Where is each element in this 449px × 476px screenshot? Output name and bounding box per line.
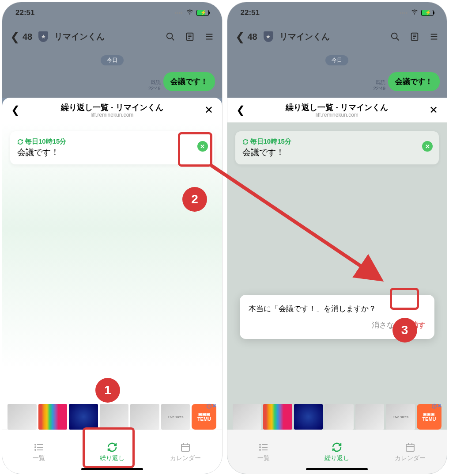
delete-reminder-icon[interactable]: ✕ bbox=[197, 141, 208, 152]
reminder-schedule: 毎日10時15分 bbox=[242, 137, 432, 146]
phone-left: 22:51 •••• ⚡ ❮ 48 ★ リマインくん 今日 既読 2 bbox=[2, 2, 223, 474]
list-icon bbox=[257, 442, 270, 453]
liff-url: liff.reminekun.com bbox=[249, 112, 425, 118]
ad-temu[interactable]: ⓘ✕ ▣▣▣ TEMU bbox=[417, 404, 441, 430]
cancel-button[interactable]: 消さない bbox=[372, 320, 402, 330]
calendar-icon bbox=[179, 442, 192, 453]
svg-point-13 bbox=[35, 447, 36, 448]
ad-thumb[interactable] bbox=[324, 404, 354, 430]
svg-point-33 bbox=[260, 449, 260, 450]
ad-thumb[interactable] bbox=[355, 404, 385, 430]
liff-sheet: ❮ 繰り返し一覧 - リマインくん liff.reminekun.com ✕ 毎… bbox=[227, 98, 447, 474]
chat-area: 今日 既読 22:49 会議です！ bbox=[227, 50, 447, 98]
list-icon bbox=[33, 442, 45, 453]
confirm-dialog: 本当に「会議です！」を消しますか？ 消さない 消す bbox=[240, 295, 435, 339]
delete-reminder-icon[interactable]: ✕ bbox=[422, 141, 433, 152]
ad-temu[interactable]: ⓘ✕ ▣▣▣ TEMU bbox=[192, 404, 216, 430]
close-icon[interactable]: ✕ bbox=[200, 104, 213, 116]
ad-close-icon[interactable]: ✕ bbox=[438, 403, 441, 410]
nav-repeat[interactable]: 繰り返し bbox=[75, 430, 149, 474]
message-meta: 既読 22:49 bbox=[373, 79, 385, 91]
reminder-schedule: 毎日10時15分 bbox=[17, 137, 207, 146]
date-pill: 今日 bbox=[101, 55, 124, 65]
reminder-card[interactable]: 毎日10時15分 会議です！ ✕ bbox=[10, 131, 214, 164]
home-indicator[interactable] bbox=[81, 468, 143, 470]
ad-thumb[interactable] bbox=[38, 404, 68, 430]
repeat-icon bbox=[106, 442, 118, 453]
battery-icon: ⚡ bbox=[196, 10, 209, 16]
message-meta: 既読 22:49 bbox=[148, 79, 161, 91]
delete-button[interactable]: 消す bbox=[411, 320, 426, 330]
nav-list[interactable]: 一覧 bbox=[2, 430, 75, 474]
bottom-nav: 一覧 繰り返し カレンダー bbox=[2, 430, 222, 474]
svg-rect-15 bbox=[181, 444, 189, 451]
repeat-icon bbox=[331, 442, 343, 453]
phone-right: 22:51 •••• ⚡ ❮ 48 ★ リマインくん 今日 既読 2 bbox=[227, 2, 448, 474]
reminder-card[interactable]: 毎日10時15分 会議です！ ✕ bbox=[235, 131, 439, 164]
repeat-icon bbox=[242, 139, 249, 145]
ad-thumb[interactable] bbox=[8, 404, 37, 430]
repeat-icon bbox=[17, 139, 23, 145]
calendar-icon bbox=[404, 442, 416, 453]
date-pill: 今日 bbox=[325, 55, 348, 65]
svg-point-12 bbox=[35, 444, 36, 445]
svg-point-14 bbox=[35, 449, 36, 450]
nav-calendar[interactable]: カレンダー bbox=[374, 430, 447, 474]
nav-repeat[interactable]: 繰り返し bbox=[300, 430, 374, 474]
ad-banner[interactable]: Five sizes ⓘ✕ ▣▣▣ TEMU bbox=[8, 404, 217, 430]
ad-thumb[interactable] bbox=[233, 404, 262, 430]
ad-thumb[interactable] bbox=[69, 404, 98, 430]
ad-thumb[interactable] bbox=[263, 404, 292, 430]
liff-back-icon[interactable]: ❮ bbox=[236, 104, 249, 116]
message-bubble[interactable]: 会議です！ bbox=[388, 72, 440, 91]
ad-close-icon[interactable]: ✕ bbox=[212, 403, 216, 410]
close-icon[interactable]: ✕ bbox=[425, 104, 438, 116]
nav-calendar[interactable]: カレンダー bbox=[149, 430, 222, 474]
svg-rect-34 bbox=[406, 444, 414, 451]
svg-point-31 bbox=[260, 444, 260, 445]
reminder-text: 会議です！ bbox=[242, 147, 432, 158]
battery-icon: ⚡ bbox=[421, 10, 434, 16]
liff-title: 繰り返し一覧 - リマインくん bbox=[24, 102, 200, 113]
liff-title: 繰り返し一覧 - リマインくん bbox=[249, 102, 425, 113]
ad-thumb[interactable] bbox=[130, 404, 159, 430]
chat-area: 今日 既読 22:49 会議です！ bbox=[2, 50, 222, 98]
ad-info-icon[interactable]: ⓘ bbox=[432, 403, 437, 410]
nav-list[interactable]: 一覧 bbox=[227, 430, 301, 474]
ad-thumb[interactable] bbox=[294, 404, 323, 430]
ad-info-icon[interactable]: ⓘ bbox=[207, 403, 211, 410]
reminder-text: 会議です！ bbox=[17, 147, 207, 158]
svg-point-32 bbox=[260, 447, 260, 448]
ad-thumb[interactable]: Five sizes bbox=[386, 404, 415, 430]
liff-back-icon[interactable]: ❮ bbox=[11, 104, 24, 116]
bottom-nav: 一覧 繰り返し カレンダー bbox=[227, 430, 447, 474]
home-indicator[interactable] bbox=[306, 468, 368, 470]
ad-banner[interactable]: Five sizes ⓘ✕ ▣▣▣ TEMU bbox=[233, 404, 442, 430]
ad-thumb[interactable]: Five sizes bbox=[161, 404, 190, 430]
confirm-message: 本当に「会議です！」を消しますか？ bbox=[249, 304, 426, 314]
liff-sheet: ❮ 繰り返し一覧 - リマインくん liff.reminekun.com ✕ 毎… bbox=[2, 98, 222, 474]
liff-url: liff.reminekun.com bbox=[24, 112, 200, 118]
ad-thumb[interactable] bbox=[100, 404, 129, 430]
message-bubble[interactable]: 会議です！ bbox=[163, 72, 215, 91]
